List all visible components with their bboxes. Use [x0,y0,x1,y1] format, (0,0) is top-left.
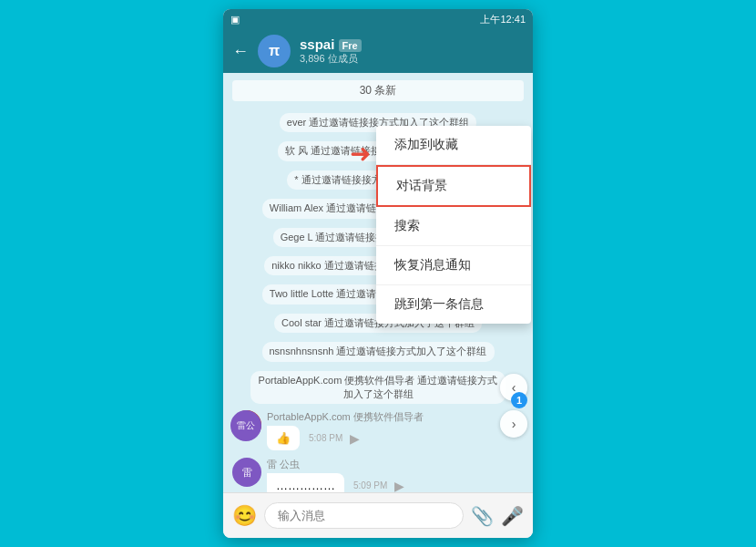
emoji-button[interactable]: 😊 [232,504,257,528]
attach-button[interactable]: 📎 [471,505,494,527]
status-bar: ▣ 上午12:41 [223,9,533,29]
header-avatar: π [258,35,291,67]
red-arrow-icon: ➜ [350,139,371,169]
dropdown-item-search[interactable]: 搜索 [376,207,531,246]
dropdown-menu: 添加到收藏 对话背景 搜索 恢复消息通知 跳到第一条信息 [376,126,531,324]
dropdown-item-restore-notifications[interactable]: 恢复消息通知 [376,246,531,285]
chat-area: 30 条新 ever 通过邀请链接接方式加入了这个群组 软 风 通过邀请链接接方… [223,73,533,492]
mic-button[interactable]: 🎤 [501,505,524,527]
message-input[interactable] [264,502,464,529]
header-title: sspai Fre [300,36,524,52]
status-bar-left: ▣ [230,14,240,26]
dropdown-item-background[interactable]: 对话背景 [376,165,531,207]
status-icon: ▣ [230,14,240,26]
input-bar: 😊 📎 🎤 [223,492,533,538]
dropdown-overlay: ➜ 添加到收藏 对话背景 搜索 恢复消息通知 跳到第一条信息 [223,73,533,492]
status-bar-right: 上午12:41 [480,13,526,26]
free-badge: Fre [339,39,362,52]
dropdown-item-first-message[interactable]: 跳到第一条信息 [376,285,531,324]
header-info: sspai Fre 3,896 位成员 [300,36,524,66]
header-subtitle: 3,896 位成员 [300,52,524,66]
status-time: 上午12:41 [480,13,526,26]
back-button[interactable]: ← [232,42,249,61]
phone-container: ▣ 上午12:41 ← π sspai Fre 3,896 位成员 30 条新 … [223,9,533,538]
header-avatar-label: π [269,43,280,59]
chat-header: ← π sspai Fre 3,896 位成员 [223,29,533,73]
dropdown-item-favorites[interactable]: 添加到收藏 [376,126,531,165]
